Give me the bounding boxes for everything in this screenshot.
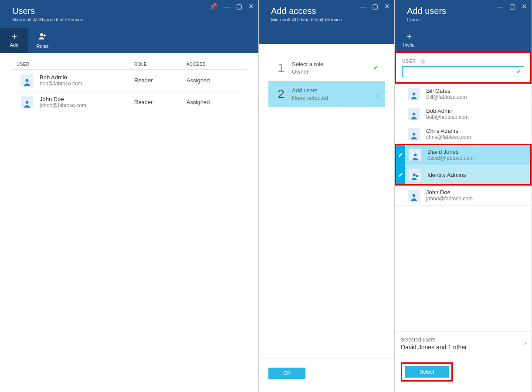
list-item[interactable]: Bob Admin bob@fabtoso.com — [395, 104, 532, 124]
step-sub: None selected — [292, 95, 379, 101]
roles-button[interactable]: Roles — [28, 28, 57, 53]
plus-icon: ＋ — [395, 32, 423, 41]
add-users-blade: — ▢ ✕ Add users Owner ＋ Invite USER i ✔ — [395, 0, 532, 392]
check-icon: ✔ — [396, 165, 405, 184]
users-blade: 📌 — ▢ ✕ Users Microsoft.ADHybridHealthSe… — [0, 0, 259, 392]
user-access: Assigned — [186, 99, 246, 105]
svg-point-5 — [413, 112, 416, 115]
check-icon: ✔ — [396, 145, 405, 165]
step-sub: Owner — [292, 68, 379, 75]
user-name: Bill Gates — [426, 88, 467, 94]
table-row[interactable]: Bob Admin bob@fabtoso.com Reader Assigne… — [12, 70, 246, 91]
close-icon[interactable]: ✕ — [522, 3, 527, 10]
blade-header: — ▢ ✕ Add users Owner ＋ Invite — [395, 0, 532, 52]
maximize-icon[interactable]: ▢ — [509, 3, 515, 10]
summary-label: Selected users — [401, 337, 525, 343]
step-add-users[interactable]: 2 Add users None selected › — [268, 81, 385, 107]
svg-point-6 — [413, 132, 416, 135]
user-avatar-icon — [408, 128, 420, 140]
close-icon[interactable]: ✕ — [248, 3, 254, 10]
step-title: Select a role — [292, 61, 379, 68]
info-icon[interactable]: i — [420, 59, 425, 64]
selection-highlight: ✔ David Jones david@fabtoso.com ✔ Identi… — [395, 144, 532, 186]
blade-header: 📌 — ▢ ✕ Users Microsoft.ADHybridHealthSe… — [0, 0, 258, 53]
user-email: david@fabtoso.com — [427, 155, 474, 161]
pin-icon[interactable]: 📌 — [209, 3, 217, 10]
svg-point-8 — [413, 173, 416, 176]
list-item[interactable]: ✔ David Jones david@fabtoso.com — [396, 145, 530, 165]
svg-point-9 — [416, 175, 418, 177]
svg-point-1 — [43, 34, 45, 37]
user-name: Bob Admin — [40, 74, 82, 81]
chevron-right-icon: › — [524, 339, 526, 347]
list-item[interactable]: Chris Adams chris@fabtoso.com — [395, 124, 532, 144]
user-avatar-icon — [409, 149, 421, 161]
user-search-input[interactable] — [402, 66, 524, 77]
step-select-role[interactable]: 1 Select a role Owner ✔ — [268, 55, 385, 81]
user-email: Bill@fabtoso.com — [426, 94, 467, 100]
user-name: Bob Admin — [426, 108, 469, 114]
minimize-icon[interactable]: — — [224, 3, 230, 10]
svg-point-10 — [413, 194, 416, 197]
svg-point-4 — [413, 92, 416, 95]
svg-point-3 — [26, 101, 29, 104]
select-button[interactable]: Select — [405, 366, 449, 378]
user-avatar-icon — [408, 189, 420, 202]
check-icon: ✔ — [516, 68, 522, 75]
minimize-icon[interactable]: — — [497, 3, 503, 10]
close-icon[interactable]: ✕ — [384, 3, 390, 10]
list-item[interactable]: Bill Gates Bill@fabtoso.com — [395, 84, 532, 104]
user-role: Reader — [134, 99, 186, 105]
blade-subtitle: Owner — [407, 17, 521, 22]
blade-header: — ▢ ✕ Add access Microsoft.ADHybridHealt… — [259, 0, 394, 44]
user-email: chris@fabtoso.com — [426, 134, 471, 140]
user-field-label: USER — [402, 59, 416, 64]
user-name: David Jones — [427, 149, 474, 155]
summary-value: David Jones and 1 other — [401, 344, 525, 351]
user-email: bob@fabtoso.com — [426, 114, 469, 120]
maximize-icon[interactable]: ▢ — [372, 3, 378, 10]
user-name: Identity Admins — [427, 172, 466, 178]
add-access-blade: — ▢ ✕ Add access Microsoft.ADHybridHealt… — [259, 0, 395, 392]
footer: Select — [395, 356, 532, 392]
blade-subtitle: Microsoft.ADHybridHealthService — [271, 17, 383, 22]
check-icon: ✔ — [373, 64, 379, 72]
invite-button[interactable]: ＋ Invite — [395, 28, 423, 52]
col-header-access[interactable]: ACCESS — [186, 62, 246, 67]
user-picker-list: Bill Gates Bill@fabtoso.com Bob Admin bo… — [395, 84, 532, 331]
svg-point-0 — [40, 33, 43, 36]
user-access: Assigned — [186, 77, 246, 84]
list-item[interactable]: John Doe johnd@fabtoso.com — [395, 186, 532, 206]
group-avatar-icon — [409, 169, 421, 181]
selected-users-summary[interactable]: Selected users David Jones and 1 other › — [395, 331, 532, 356]
svg-point-7 — [414, 153, 417, 156]
user-avatar-icon — [21, 96, 33, 108]
add-button[interactable]: ＋ Add — [0, 28, 28, 53]
user-avatar-icon — [408, 88, 420, 100]
user-email: johnd@fabtoso.com — [40, 102, 86, 108]
search-highlight: USER i ✔ — [395, 52, 532, 84]
roles-icon — [28, 32, 57, 42]
user-name: John Doe — [426, 189, 473, 196]
chevron-right-icon: › — [376, 92, 379, 100]
maximize-icon[interactable]: ▢ — [236, 3, 242, 10]
step-title: Add users — [292, 87, 379, 94]
user-name: John Doe — [40, 96, 86, 102]
col-header-role[interactable]: ROLE — [134, 62, 186, 67]
blade-subtitle: Microsoft.ADHybridHealthService — [12, 17, 247, 22]
footer: OK — [259, 358, 394, 392]
user-avatar-icon — [408, 108, 420, 120]
user-email: bob@fabtoso.com — [40, 81, 82, 87]
col-header-user[interactable]: USER — [12, 62, 134, 67]
select-highlight: Select — [401, 362, 453, 382]
plus-icon: ＋ — [0, 32, 28, 41]
user-name: Chris Adams — [426, 128, 471, 134]
user-avatar-icon — [21, 74, 33, 87]
user-email: johnd@fabtoso.com — [426, 196, 473, 202]
ok-button[interactable]: OK — [268, 368, 305, 379]
user-role: Reader — [134, 77, 186, 84]
users-table: USER ROLE ACCESS Bob Admin bob@fabtoso.c… — [0, 53, 258, 122]
minimize-icon[interactable]: — — [359, 3, 366, 10]
list-item[interactable]: ✔ Identity Admins — [396, 165, 530, 184]
table-row[interactable]: John Doe johnd@fabtoso.com Reader Assign… — [12, 91, 246, 113]
